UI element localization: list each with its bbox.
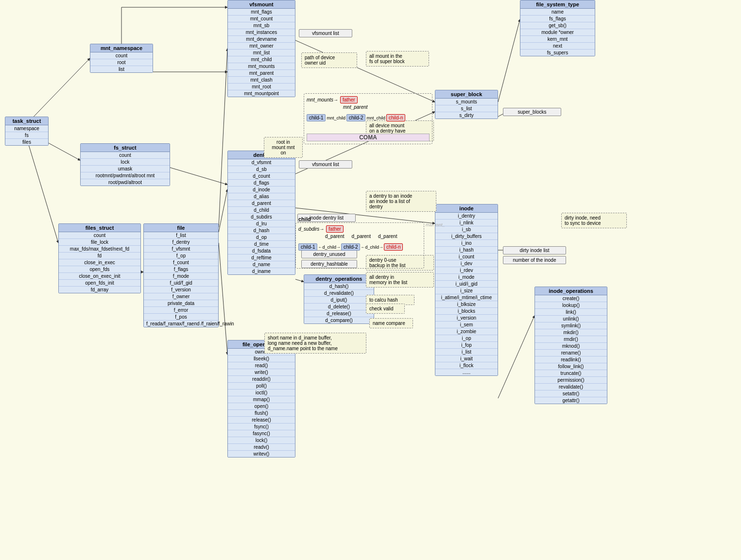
all-mount-note: all mount in thefs of super block	[366, 51, 429, 67]
inode-i-blksize: i_blksize	[435, 301, 498, 308]
iop-rename: rename()	[535, 350, 607, 356]
file-operations-box: file_operations owner llseek() read() wr…	[227, 340, 295, 458]
inode-i-flock: i_flock	[435, 362, 498, 369]
dentry-d-count: d_count	[228, 173, 295, 180]
dop-release: d_release()	[304, 310, 374, 317]
inode-i-zombie: i_zombie	[435, 328, 498, 335]
inode-i-blocks: i_blocks	[435, 308, 498, 315]
vfsmount-list-label-2: vfsmount list	[299, 160, 352, 169]
file-f-error: f_error	[144, 307, 218, 314]
inode-i-hash: i_hash	[435, 247, 498, 254]
dentry-d-lru: d_lru	[228, 221, 295, 227]
file-f-dentry: f_dentry	[144, 239, 218, 246]
fst-fs-flags: fs_flags	[520, 16, 595, 22]
task-struct-title: task_struct	[5, 117, 48, 125]
file-f-flags: f_flags	[144, 266, 218, 273]
super-block-title: super_block	[435, 90, 498, 99]
fop-read: read()	[228, 362, 295, 369]
files-struct-max-fds: max_fds/max_fdset/next_fd	[59, 246, 140, 253]
vfsmount-mnt-count: mnt_count	[228, 16, 295, 22]
inode-i-wait: i_wait	[435, 356, 498, 362]
dentry-d-name: d_name	[228, 261, 295, 268]
inode-i-mode: i_mode	[435, 274, 498, 281]
inode-box: inode i_dentry i_nlink i_sb i_dirty_buff…	[435, 204, 498, 376]
dentry-d-child: d_child	[228, 207, 295, 214]
vfsmount-child-2: child-2	[346, 114, 365, 121]
dentry-d-vfsmnt: d_vfsmnt	[228, 159, 295, 166]
iop-truncate: truncate()	[535, 370, 607, 377]
inode-i-sb: i_sb	[435, 226, 498, 233]
iop-setattr: setattr()	[535, 390, 607, 397]
iop-lookup: lookup()	[535, 302, 607, 309]
vfsmount-mnt-clash: mnt_clash	[228, 77, 295, 84]
fs-struct-box: fs_struct count lock umask rootmnt/pwdmn…	[80, 143, 170, 186]
dentry-child-1: child-1	[298, 243, 317, 251]
inode-i-list: i_list	[435, 349, 498, 356]
path-device-note: path of device owner uid	[301, 52, 357, 68]
iop-permission: permission()	[535, 377, 607, 384]
fop-readdir: readdir()	[228, 376, 295, 383]
task-struct-field-fs: fs	[5, 132, 48, 139]
fst-fs-supers: fs_supers	[520, 50, 595, 56]
fst-name: name	[520, 9, 595, 16]
files-struct-fd-array: fd_array	[59, 287, 140, 293]
inode-i-fop: i_fop	[435, 342, 498, 349]
inode-title: inode	[435, 204, 498, 213]
fs-struct-umask: umask	[81, 166, 170, 172]
mnt-namespace-title: mnt_namespace	[90, 44, 153, 52]
file-f-owner: f_owner	[144, 293, 218, 300]
task-struct-field-namespace: namespace	[5, 125, 48, 132]
dentry-d-parent: d_parent	[228, 200, 295, 207]
dirty-inode-list-label: dirty inode list	[503, 246, 566, 255]
inode-i-ino: i_ino	[435, 240, 498, 247]
vfsmount-mnt-child: mnt_child	[228, 56, 295, 63]
files-struct-close-exec: close_in_exec	[59, 259, 140, 266]
fst-kern-mnt: kern_mnt	[520, 36, 595, 43]
dentry-d-alias: d_alias	[228, 193, 295, 200]
svg-line-15	[498, 316, 534, 398]
file-f-version: f_version	[144, 287, 218, 293]
dop-hash: d_hash()	[304, 283, 374, 290]
iop-symlink: symlink()	[535, 322, 607, 329]
vfsmount-child-1: child-1	[307, 114, 326, 121]
sb-s-dirty: s_dirty	[435, 112, 498, 119]
files-struct-box: files_struct count file_lock max_fds/max…	[58, 223, 141, 293]
iop-mknod: mknod()	[535, 343, 607, 350]
dentry-hierarchy-group: d_subdirs→ father d_parent d_parent d_pa…	[295, 222, 424, 269]
vfsmount-hierarchy-group: mnt_mounts→ father mnt_parent child-1 mn…	[304, 93, 432, 144]
vfsmount-mnt-mountpoint: mnt_mountpoint	[228, 90, 295, 97]
vfsmount-mnt-root: mnt_root	[228, 84, 295, 90]
inode-i-version: i_version	[435, 315, 498, 322]
iop-create: create()	[535, 295, 607, 302]
path-device-text: path of device	[305, 55, 354, 60]
inode-i-op: i_op	[435, 335, 498, 342]
vfsmount-mnt-sb: mnt_sb	[228, 22, 295, 29]
files-struct-open-fds: open_fds	[59, 266, 140, 273]
vfsmount-mnt-list: mnt_list	[228, 50, 295, 56]
fop-fsync: fsync()	[228, 424, 295, 430]
file-f-list: f_list	[144, 232, 218, 239]
fop-flush: flush()	[228, 410, 295, 417]
sb-s-mounts: s_mounts	[435, 99, 498, 105]
fop-writev: writev()	[228, 451, 295, 457]
diagram: task_struct namespace fs files mnt_names…	[0, 0, 741, 560]
dop-revalidate: d_revalidate()	[304, 290, 374, 297]
inode-i-count: i_count	[435, 254, 498, 260]
fs-struct-count: count	[81, 152, 170, 159]
file-f-vfsmnt: f_vfsmnt	[144, 246, 218, 253]
vfsmount-mnt-owner: mnt_owner	[228, 43, 295, 50]
fop-mmap: mmap()	[228, 396, 295, 403]
inode-i-dev: i_dev	[435, 260, 498, 267]
fst-get-sb: get_sb()	[520, 22, 595, 29]
files-struct-file-lock: file_lock	[59, 239, 140, 246]
dentry-operations-box: dentry_operations d_hash() d_revalidate(…	[304, 274, 374, 324]
fop-fasync: fasync()	[228, 430, 295, 437]
mnt-namespace-count: count	[90, 52, 153, 59]
name-compare-note: name compare	[369, 318, 413, 328]
dentry-father-cell: father	[326, 225, 344, 233]
inode-i-size: i_size	[435, 288, 498, 294]
dentry-d-inode: d_inode	[228, 187, 295, 193]
files-struct-count: count	[59, 232, 140, 239]
fst-next: next	[520, 43, 595, 50]
dentry-operations-title: dentry_operations	[304, 275, 374, 283]
